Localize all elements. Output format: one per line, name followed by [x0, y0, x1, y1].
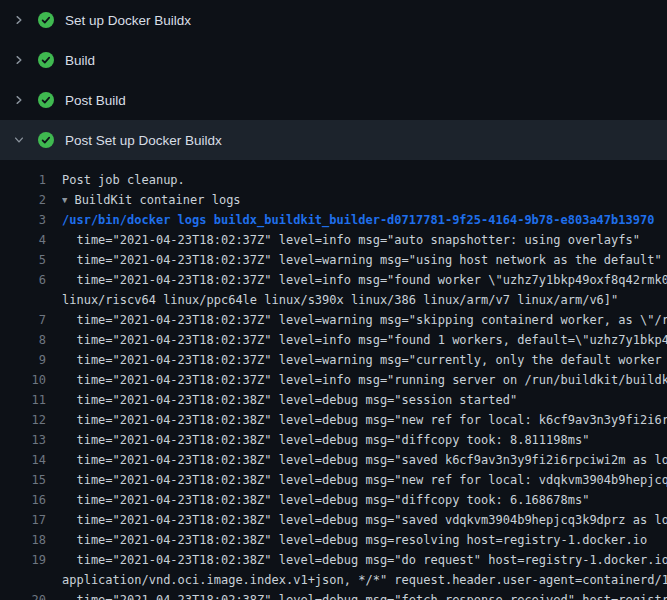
log-line-text: time="2021-04-23T18:02:37Z" level=info m…	[62, 270, 667, 290]
line-number[interactable]: 20	[0, 590, 46, 600]
log-row: 15 time="2021-04-23T18:02:38Z" level=deb…	[0, 470, 667, 490]
log-line-text: ▼BuildKit container logs	[62, 190, 241, 210]
log-line-text: time="2021-04-23T18:02:37Z" level=info m…	[62, 330, 667, 350]
log-row: 8 time="2021-04-23T18:02:37Z" level=info…	[0, 330, 667, 350]
log-row: application/vnd.oci.image.index.v1+json,…	[0, 570, 667, 590]
section-header-build[interactable]: Build	[0, 40, 667, 80]
log-line-text: time="2021-04-23T18:02:37Z" level=info m…	[62, 230, 640, 250]
success-check-circle-icon	[38, 52, 54, 68]
line-number[interactable]: 10	[0, 370, 46, 390]
section-label: Build	[65, 53, 95, 68]
log-row: 14 time="2021-04-23T18:02:38Z" level=deb…	[0, 450, 667, 470]
log-row: 13 time="2021-04-23T18:02:38Z" level=deb…	[0, 430, 667, 450]
log-line-text: Post job cleanup.	[62, 170, 185, 190]
log-body: 1Post job cleanup.2▼BuildKit container l…	[0, 160, 667, 600]
chevron-right-icon	[12, 92, 26, 108]
section-label: Post Set up Docker Buildx	[65, 133, 222, 148]
log-line-text: time="2021-04-23T18:02:38Z" level=debug …	[62, 390, 517, 410]
log-row: 9 time="2021-04-23T18:02:37Z" level=warn…	[0, 350, 667, 370]
section-label: Post Build	[65, 93, 126, 108]
log-line-text: time="2021-04-23T18:02:37Z" level=warnin…	[62, 250, 662, 270]
line-number[interactable]: 1	[0, 170, 46, 190]
log-line-text: application/vnd.oci.image.index.v1+json,…	[62, 570, 667, 590]
log-line-text: time="2021-04-23T18:02:37Z" level=warnin…	[62, 350, 667, 370]
log-line-text: time="2021-04-23T18:02:38Z" level=debug …	[62, 470, 667, 490]
line-number[interactable]: 7	[0, 310, 46, 330]
line-number[interactable]: 6	[0, 270, 46, 290]
line-number[interactable]: 9	[0, 350, 46, 370]
log-line-text: time="2021-04-23T18:02:38Z" level=debug …	[62, 490, 589, 510]
log-row: 10 time="2021-04-23T18:02:37Z" level=inf…	[0, 370, 667, 390]
log-row: 2▼BuildKit container logs	[0, 190, 667, 210]
log-row: 12 time="2021-04-23T18:02:38Z" level=deb…	[0, 410, 667, 430]
line-number[interactable]: 11	[0, 390, 46, 410]
line-number[interactable]: 13	[0, 430, 46, 450]
chevron-right-icon	[12, 52, 26, 68]
line-number[interactable]: 5	[0, 250, 46, 270]
success-check-circle-icon	[38, 12, 54, 28]
log-line-text: time="2021-04-23T18:02:38Z" level=debug …	[62, 530, 647, 550]
line-number[interactable]: 3	[0, 210, 46, 230]
line-number[interactable]: 17	[0, 510, 46, 530]
line-number[interactable]: 16	[0, 490, 46, 510]
section-header-set-up-docker-buildx[interactable]: Set up Docker Buildx	[0, 0, 667, 40]
log-row: 20 time="2021-04-23T18:02:38Z" level=deb…	[0, 590, 667, 600]
line-number[interactable]: 2	[0, 190, 46, 210]
log-row: 5 time="2021-04-23T18:02:37Z" level=warn…	[0, 250, 667, 270]
log-line-text: time="2021-04-23T18:02:38Z" level=debug …	[62, 430, 589, 450]
log-line-text: linux/riscv64 linux/ppc64le linux/s390x …	[62, 290, 618, 310]
line-number	[0, 570, 46, 590]
log-line-text: time="2021-04-23T18:02:37Z" level=warnin…	[62, 310, 667, 330]
line-number[interactable]: 15	[0, 470, 46, 490]
chevron-right-icon	[12, 12, 26, 28]
section-header-post-set-up-docker-buildx[interactable]: Post Set up Docker Buildx	[0, 120, 667, 160]
section-header-post-build[interactable]: Post Build	[0, 80, 667, 120]
workflow-log-viewer: Set up Docker Buildx Build Post Build Po…	[0, 0, 667, 600]
line-number[interactable]: 4	[0, 230, 46, 250]
log-row: 19 time="2021-04-23T18:02:38Z" level=deb…	[0, 550, 667, 570]
line-number[interactable]: 14	[0, 450, 46, 470]
log-row: 17 time="2021-04-23T18:02:38Z" level=deb…	[0, 510, 667, 530]
line-number[interactable]: 12	[0, 410, 46, 430]
log-command-text: /usr/bin/docker logs buildx_buildkit_bui…	[62, 210, 654, 230]
group-title: BuildKit container logs	[74, 193, 240, 207]
log-row: 11 time="2021-04-23T18:02:38Z" level=deb…	[0, 390, 667, 410]
line-number[interactable]: 18	[0, 530, 46, 550]
log-row: 7 time="2021-04-23T18:02:37Z" level=warn…	[0, 310, 667, 330]
log-row: linux/riscv64 linux/ppc64le linux/s390x …	[0, 290, 667, 310]
log-row: 6 time="2021-04-23T18:02:37Z" level=info…	[0, 270, 667, 290]
log-line-text: time="2021-04-23T18:02:38Z" level=debug …	[62, 550, 667, 570]
log-line-text: time="2021-04-23T18:02:37Z" level=info m…	[62, 370, 667, 390]
success-check-circle-icon	[38, 92, 54, 108]
section-label: Set up Docker Buildx	[65, 13, 191, 28]
log-line-text: time="2021-04-23T18:02:38Z" level=debug …	[62, 510, 667, 530]
log-row: 3/usr/bin/docker logs buildx_buildkit_bu…	[0, 210, 667, 230]
log-line-text: time="2021-04-23T18:02:38Z" level=debug …	[62, 410, 667, 430]
log-row: 4 time="2021-04-23T18:02:37Z" level=info…	[0, 230, 667, 250]
line-number[interactable]: 19	[0, 550, 46, 570]
log-line-text: time="2021-04-23T18:02:38Z" level=debug …	[62, 590, 667, 600]
log-row: 18 time="2021-04-23T18:02:38Z" level=deb…	[0, 530, 667, 550]
log-row: 1Post job cleanup.	[0, 170, 667, 190]
success-check-circle-icon	[38, 132, 54, 148]
log-line-text: time="2021-04-23T18:02:38Z" level=debug …	[62, 450, 667, 470]
line-number	[0, 290, 46, 310]
log-rows: 1Post job cleanup.2▼BuildKit container l…	[0, 170, 667, 600]
log-row: 16 time="2021-04-23T18:02:38Z" level=deb…	[0, 490, 667, 510]
chevron-down-icon	[12, 132, 26, 148]
group-expanded-triangle-icon[interactable]: ▼	[62, 190, 67, 210]
line-number[interactable]: 8	[0, 330, 46, 350]
